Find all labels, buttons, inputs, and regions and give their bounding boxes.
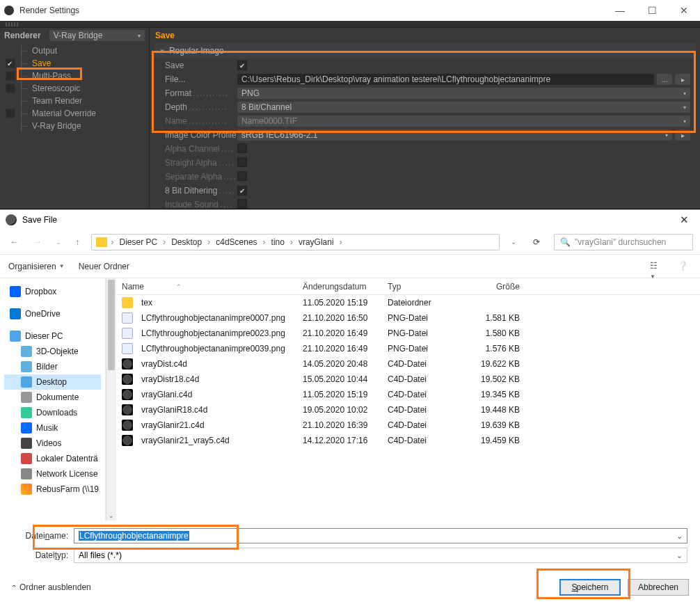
nav-bar: ← → ⌄ ↑ ›Dieser PC›Desktop›c4dScenes›tin…	[0, 230, 700, 255]
crumb-item[interactable]: vrayGlani	[297, 237, 335, 247]
forward-button[interactable]: →	[30, 237, 45, 247]
file-path-field[interactable]: C:\Users\Rebus_Dirk\Desktop\vray animati…	[237, 74, 654, 85]
separate-alpha-checkbox[interactable]	[237, 171, 247, 181]
depth-dropdown[interactable]: 8 Bit/Channel	[237, 102, 690, 113]
tree-node[interactable]: Dieser PC	[4, 328, 101, 344]
back-button[interactable]: ←	[7, 237, 22, 247]
tree-node[interactable]: Bilder	[4, 359, 101, 374]
browse-button[interactable]: ...	[657, 74, 672, 85]
tree-item-material-override[interactable]: Material Override	[0, 107, 149, 120]
file-row[interactable]: vrayGlanir21_vray5.c4d14.12.2020 17:16C4…	[116, 433, 700, 448]
crumb-item[interactable]: Dieser PC	[118, 237, 159, 247]
crumb-item[interactable]: c4dScenes	[214, 237, 258, 247]
tree-item-output[interactable]: Output	[0, 45, 149, 57]
column-name[interactable]: Name⌃	[116, 282, 297, 292]
format-dropdown[interactable]: PNG	[237, 88, 690, 99]
history-button[interactable]: ⌄	[53, 239, 64, 246]
collapsible-header[interactable]: ▼Regular Image	[154, 43, 696, 58]
folder-icon	[21, 468, 32, 479]
tree-node[interactable]: 3D-Objekte	[4, 344, 101, 359]
save-button[interactable]: Speichern	[559, 579, 621, 596]
crumb-item[interactable]: Desktop	[170, 237, 203, 247]
tree-scrollbar[interactable]: ⌄	[106, 278, 116, 520]
tree-node[interactable]: RebusFarm (\\19	[4, 482, 101, 497]
folder-icon	[10, 286, 21, 297]
folder-icon	[21, 346, 32, 357]
tree-node[interactable]: OneDrive	[4, 306, 101, 321]
checkbox[interactable]	[6, 71, 15, 81]
tree-node[interactable]: Downloads	[4, 405, 101, 420]
file-icon	[122, 343, 133, 354]
straight-alpha-checkbox[interactable]	[237, 157, 247, 167]
profile-more-button[interactable]: ▸	[675, 129, 690, 141]
up-button[interactable]: ↑	[72, 237, 83, 247]
file-icon	[122, 358, 133, 369]
crumb-item[interactable]: tino	[270, 237, 286, 247]
organize-button[interactable]: Organisieren▼	[8, 262, 65, 271]
tree-node[interactable]: Desktop	[4, 374, 101, 390]
tree-item-save[interactable]: Save	[0, 57, 149, 70]
crumb-drop-button[interactable]: ⌄	[508, 238, 519, 246]
include-sound-checkbox[interactable]	[237, 199, 247, 209]
dialog-titlebar[interactable]: Save File ✕	[0, 210, 700, 230]
folder-icon	[21, 422, 32, 434]
tree-item-multi-pass[interactable]: Multi-Pass	[0, 70, 149, 82]
tree-item-team-render[interactable]: Team Render	[0, 95, 149, 107]
save-file-dialog: Save File ✕ ← → ⌄ ↑ ›Dieser PC›Desktop›c…	[0, 209, 700, 604]
help-button[interactable]: ❔	[678, 261, 692, 272]
column-date[interactable]: Änderungsdatum	[297, 282, 382, 292]
tree-node[interactable]: Lokaler Datenträ	[4, 451, 101, 466]
new-folder-button[interactable]: Neuer Ordner	[79, 262, 129, 271]
tree-node[interactable]: Network License	[4, 466, 101, 482]
checkbox[interactable]	[6, 58, 15, 68]
refresh-button[interactable]: ⟳	[527, 237, 546, 247]
minimize-button[interactable]: —	[604, 0, 636, 21]
filetype-dropdown[interactable]: All files (*.*)	[74, 548, 687, 563]
checkbox[interactable]	[6, 84, 15, 93]
dithering-checkbox[interactable]	[237, 186, 247, 196]
tree-node[interactable]: Videos	[4, 436, 101, 451]
file-row[interactable]: vrayDist.c4d14.05.2020 20:48C4D-Datei19.…	[116, 356, 700, 372]
checkbox[interactable]	[6, 109, 15, 118]
file-row[interactable]: vrayGlani.c4d11.05.2020 15:19C4D-Datei19…	[116, 387, 700, 402]
close-button[interactable]: ✕	[668, 210, 700, 230]
file-row[interactable]: vrayDistr18.c4d15.05.2020 10:44C4D-Datei…	[116, 372, 700, 387]
save-checkbox[interactable]	[237, 61, 247, 70]
renderer-label: Renderer	[4, 31, 41, 40]
dock-handle[interactable]	[0, 21, 700, 28]
search-input[interactable]: 🔍"vrayGlani" durchsuchen	[554, 234, 693, 251]
file-icon	[122, 420, 133, 431]
cancel-button[interactable]: Abbrechen	[628, 579, 689, 596]
tree-node[interactable]: Dokumente	[4, 390, 101, 405]
column-size[interactable]: Größe	[463, 282, 525, 292]
hide-folders-button[interactable]: ⌃Ordner ausblenden	[11, 582, 91, 592]
file-icon	[122, 374, 133, 385]
folder-icon	[21, 407, 32, 418]
close-button[interactable]: ✕	[668, 0, 700, 21]
breadcrumb[interactable]: ›Dieser PC›Desktop›c4dScenes›tino›vrayGl…	[91, 234, 500, 251]
tree-node[interactable]: Musik	[4, 420, 101, 436]
dialog-title: Save File	[22, 215, 57, 225]
file-row[interactable]: vrayGlanir21.c4d21.10.2020 16:39C4D-Date…	[116, 418, 700, 433]
file-row[interactable]: LCflythroughobjectananimpre0039.png21.10…	[116, 341, 700, 356]
color-profile-dropdown[interactable]: sRGB IEC61966-2.1	[237, 129, 672, 141]
renderer-dropdown[interactable]: V-Ray Bridge	[49, 30, 145, 41]
tree-item-stereoscopic[interactable]: Stereoscopic	[0, 82, 149, 95]
maximize-button[interactable]: ☐	[636, 0, 668, 21]
tree-item-v-ray-bridge[interactable]: V-Ray Bridge	[0, 120, 149, 132]
file-row[interactable]: tex11.05.2020 15:19Dateiordner	[116, 295, 700, 310]
file-row[interactable]: LCflythroughobjectananimpre0023.png21.10…	[116, 326, 700, 341]
render-settings-window: Render Settings — ☐ ✕ Renderer V-Ray Bri…	[0, 0, 700, 209]
filename-input[interactable]: LCflythroughobjectananimpre	[74, 528, 687, 543]
file-icon	[122, 297, 133, 308]
column-type[interactable]: Typ	[382, 282, 463, 292]
play-button[interactable]: ▸	[675, 74, 690, 85]
file-row[interactable]: LCflythroughobjectananimpre0007.png21.10…	[116, 310, 700, 326]
tree-node[interactable]: Dropbox	[4, 284, 101, 299]
view-button[interactable]: ☷ ▼	[650, 261, 664, 272]
file-row[interactable]: vrayGlaniR18.c4d19.05.2020 10:02C4D-Date…	[116, 402, 700, 418]
alpha-checkbox[interactable]	[237, 143, 247, 153]
window-titlebar[interactable]: Render Settings — ☐ ✕	[0, 0, 700, 21]
name-dropdown[interactable]: Name0000.TIF	[237, 116, 690, 127]
left-panel: Renderer V-Ray Bridge OutputSaveMulti-Pa…	[0, 28, 150, 209]
